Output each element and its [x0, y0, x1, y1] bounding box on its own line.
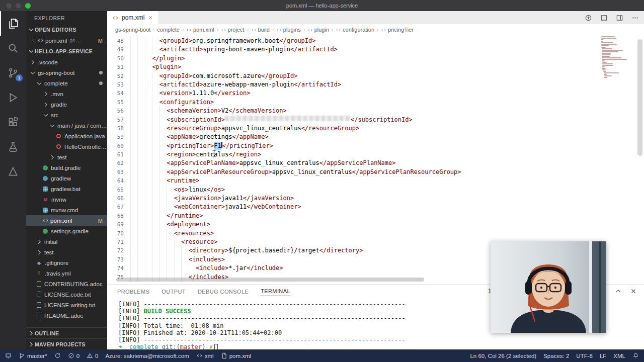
status-cursor-position[interactable]: Ln 60, Col 26 (2 selected) — [470, 353, 536, 359]
open-editors-header[interactable]: OPEN EDITORS — [26, 24, 107, 35]
code-line-62: 62<appServicePlanName>appsvc_linux_centr… — [107, 159, 644, 167]
status-language-mode[interactable]: XML — [613, 353, 625, 359]
breadcrumb-pricingtier[interactable]: pricingTier — [381, 27, 414, 33]
status-cursor-position-label: Ln 60, Col 26 (2 selected) — [470, 353, 536, 359]
status-left: master*00Azure: sakriema@microsoft.comxm… — [5, 349, 251, 362]
outline-section-header[interactable]: OUTLINE — [26, 327, 107, 338]
activity-source-control[interactable]: 1 — [0, 60, 26, 85]
tree-item-license-code-txt[interactable]: LICENSE.code.txt — [26, 289, 107, 300]
tree-item-test[interactable]: test — [26, 247, 107, 257]
editor-vertical-scrollbar[interactable] — [637, 39, 642, 156]
project-section-header[interactable]: HELLO-APP-SERVICE — [26, 46, 107, 57]
tree-item-complete[interactable]: complete — [26, 78, 107, 88]
tree-item-mvnw[interactable]: Mmvnw — [26, 194, 107, 205]
code-line-53: 53<artifactId>azure-webapp-maven-plugin<… — [107, 80, 644, 89]
tree-item-build-gradle[interactable]: build.gradle — [26, 162, 107, 173]
tree-item-label: .travis.yml — [45, 270, 71, 277]
code-line-66: 66<javaVersion>java11</javaVersion> — [107, 194, 644, 203]
more-actions-icon[interactable] — [631, 14, 639, 22]
tree-item-gitignore[interactable]: ◆.gitignore — [26, 257, 107, 268]
chevron-down-icon — [36, 80, 43, 87]
tree-item-pom-xml[interactable]: pom.xmlM — [26, 215, 107, 226]
gradle-file-icon — [43, 229, 48, 234]
breadcrumb-gs-spring-boot[interactable]: gs-spring-boot — [115, 27, 150, 33]
line-number: 48 — [107, 37, 124, 45]
code-line-60: 60<pricingTier>F1</pricingTier> — [107, 142, 644, 150]
travis-file-icon: ! — [36, 270, 42, 277]
tree-item-vscode[interactable]: .vscode — [26, 57, 107, 67]
layout-icon[interactable] — [616, 14, 623, 22]
activity-azure[interactable] — [0, 159, 26, 184]
status-active-file[interactable]: pom.xml — [221, 352, 251, 359]
breadcrumb-plugin[interactable]: plugin — [307, 27, 329, 33]
tree-item-gradlew-bat[interactable]: gradlew.bat — [26, 184, 107, 194]
tree-item-application-java[interactable]: Application.java — [26, 131, 107, 141]
status-remote-indicator[interactable] — [5, 352, 12, 359]
status-sync-changes[interactable] — [54, 352, 61, 359]
activity-extensions[interactable] — [0, 110, 26, 134]
tree-item-settings-gradle[interactable]: settings.gradle — [26, 226, 107, 236]
status-git-branch[interactable]: master* — [19, 352, 47, 359]
open-editor-desc: gs-... — [69, 38, 80, 43]
tree-item-contributing-adoc[interactable]: CONTRIBUTING.adoc — [26, 279, 107, 289]
close-panel-icon[interactable] — [630, 288, 637, 295]
activity-search[interactable] — [0, 36, 26, 60]
split-editor-icon[interactable] — [600, 14, 608, 22]
traffic-light-minimize[interactable] — [16, 3, 21, 9]
activity-run-debug[interactable] — [0, 85, 26, 110]
breadcrumb-configuration[interactable]: configuration — [336, 27, 374, 33]
tree-item-gradlew[interactable]: gradlew — [26, 173, 107, 184]
file-icon — [221, 352, 227, 359]
breadcrumb-pom-xml[interactable]: pom.xml — [186, 27, 214, 33]
search-icon — [8, 43, 19, 54]
tree-item-gradle[interactable]: gradle — [26, 99, 107, 110]
tree-item-gs-spring-boot[interactable]: gs-spring-boot — [26, 67, 107, 78]
panel-tab-output[interactable]: OUTPUT — [162, 287, 186, 296]
tree-item-readme-adoc[interactable]: README.adoc — [26, 310, 107, 321]
tab-pom-xml[interactable]: pom.xml — [107, 11, 159, 24]
tree-item-license-writing-txt[interactable]: LICENSE.writing.txt — [26, 300, 107, 310]
status-encoding[interactable]: UTF-8 — [576, 353, 593, 359]
status-errors[interactable]: 0 — [68, 352, 79, 359]
traffic-light-close[interactable] — [6, 3, 12, 9]
tree-item-hellocontroller-ja[interactable]: HelloController.ja... — [26, 141, 107, 152]
tree-item-travis-yml[interactable]: !.travis.yml — [26, 268, 107, 279]
panel-tab-debug-console[interactable]: DEBUG CONSOLE — [198, 287, 249, 296]
panel-tab-terminal[interactable]: TERMINAL — [261, 286, 290, 296]
traffic-light-zoom[interactable] — [25, 3, 31, 9]
tree-item-main-java-com[interactable]: main / java / com / ... — [26, 120, 107, 131]
tree-item-src[interactable]: src — [26, 110, 107, 120]
tree-item-test[interactable]: test — [26, 152, 107, 162]
close-icon[interactable] — [30, 38, 36, 43]
git-file-icon: ◆ — [36, 259, 42, 266]
breadcrumb-build[interactable]: build — [251, 27, 270, 33]
breadcrumb-label: plugin — [314, 27, 329, 33]
tab-close-icon[interactable] — [147, 15, 153, 21]
status-eol[interactable]: LF — [600, 353, 606, 359]
status-xml-language-status[interactable]: xml — [196, 352, 214, 359]
tree-item-initial[interactable]: initial — [26, 236, 107, 247]
status-notifications[interactable] — [632, 352, 639, 359]
code-line-67: 67<webContainer>java11</webContainer> — [107, 203, 644, 211]
breadcrumb-project[interactable]: project — [221, 27, 245, 33]
panel-tab-problems[interactable]: PROBLEMS — [117, 287, 149, 296]
activity-explorer[interactable] — [0, 11, 26, 36]
status-azure-account[interactable]: Azure: sakriema@microsoft.com — [105, 353, 189, 359]
maven-projects-label: MAVEN PROJECTS — [35, 341, 86, 347]
breadcrumb-complete[interactable]: complete — [157, 27, 180, 33]
open-changes-icon[interactable] — [585, 14, 592, 22]
line-number: 59 — [107, 133, 124, 141]
status-indentation[interactable]: Spaces: 2 — [543, 353, 569, 359]
line-number: 68 — [107, 212, 124, 220]
breadcrumb-plugins[interactable]: plugins — [276, 27, 301, 33]
code-line-57: 57<subscriptionId></subscriptionId> — [107, 116, 644, 124]
editor-horizontal-scrollbar[interactable] — [116, 278, 424, 282]
tree-item-mvnw-cmd[interactable]: mvnw.cmd — [26, 205, 107, 215]
activity-testing[interactable] — [0, 134, 26, 159]
maven-projects-section-header[interactable]: MAVEN PROJECTS — [26, 338, 107, 349]
tree-item-mvn[interactable]: .mvn — [26, 88, 107, 99]
status-warnings[interactable]: 0 — [87, 352, 98, 359]
minimap[interactable] — [599, 36, 636, 247]
open-editor-pom-xml[interactable]: pom.xmlgs-...M — [26, 35, 107, 46]
maximize-panel-icon[interactable] — [615, 288, 622, 295]
